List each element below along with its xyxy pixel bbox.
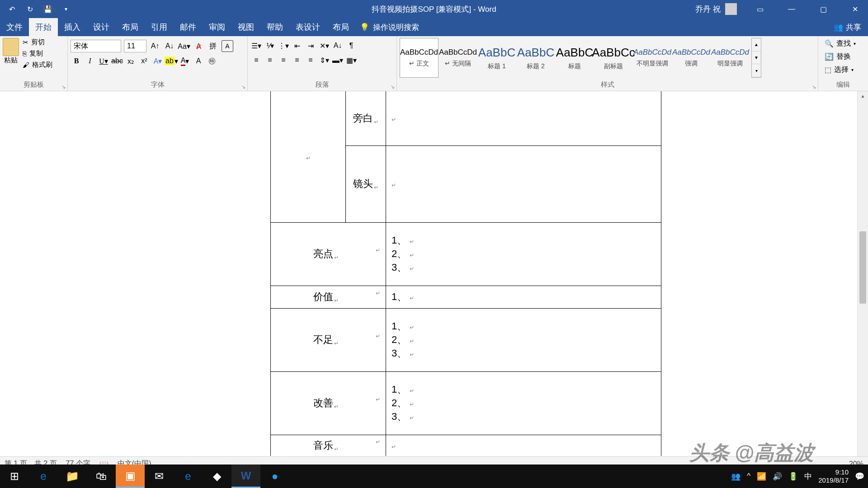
scroll-up-button[interactable]: ▲: [858, 91, 868, 100]
share-button[interactable]: 👥 共享: [834, 22, 861, 33]
tab-insert[interactable]: 插入: [58, 18, 87, 36]
distributed-button[interactable]: ≡: [305, 54, 316, 66]
people-icon[interactable]: 👥: [731, 472, 741, 481]
tab-view[interactable]: 视图: [231, 18, 260, 36]
taskbar-app1[interactable]: ▣: [116, 465, 145, 488]
volume-icon[interactable]: 🔊: [773, 472, 782, 481]
styles-more-button[interactable]: ▲▼▾: [751, 38, 761, 78]
style-标题 2[interactable]: AaBbC标题 2: [516, 38, 555, 78]
taskbar-app2[interactable]: ◆: [203, 465, 231, 488]
tab-table-layout[interactable]: 布局: [326, 18, 355, 36]
replace-button[interactable]: 🔄替换: [825, 52, 856, 61]
scroll-thumb[interactable]: [859, 231, 866, 304]
shading-button[interactable]: ▬▾: [332, 54, 344, 66]
ime-indicator[interactable]: 中: [804, 471, 812, 482]
align-center-button[interactable]: ≡: [264, 54, 276, 66]
decrease-indent-button[interactable]: ⇤: [291, 40, 303, 52]
shrink-font-button[interactable]: A↓: [164, 40, 175, 52]
numbering-button[interactable]: ⅟▾: [264, 40, 276, 52]
superscript-button[interactable]: x²: [138, 55, 150, 67]
style-↵ 正文[interactable]: AaBbCcDd↵ 正文: [400, 38, 439, 78]
grow-font-button[interactable]: A↑: [149, 40, 161, 52]
multilevel-button[interactable]: ⋮▾: [278, 40, 289, 52]
content-table[interactable]: ↵ 旁白↵ ↵ 镜头↵ ↵ 亮点↵↵ 1、 ↵2、 ↵3、 ↵ 价值↵↵ 1、 …: [270, 91, 661, 456]
styles-launcher[interactable]: ↘: [812, 84, 816, 90]
font-name-combo[interactable]: [71, 40, 121, 52]
change-case-button[interactable]: Aa▾: [178, 40, 190, 52]
sort-button[interactable]: A↓: [332, 40, 344, 52]
subscript-button[interactable]: x₂: [125, 55, 137, 67]
clipboard-launcher[interactable]: ↘: [61, 84, 66, 90]
wifi-icon[interactable]: 📶: [757, 472, 766, 481]
ribbon-options-button[interactable]: ▭: [747, 0, 773, 18]
style-不明显强调[interactable]: AaBbCcDd不明显强调: [633, 38, 672, 78]
asian-layout-button[interactable]: ✕▾: [318, 40, 330, 52]
style-强调[interactable]: AaBbCcDd强调: [672, 38, 711, 78]
font-launcher[interactable]: ↘: [241, 84, 245, 90]
taskbar-clock[interactable]: 9:10 2019/8/17: [818, 468, 849, 484]
redo-button[interactable]: ↻: [25, 4, 35, 14]
tab-review[interactable]: 审阅: [203, 18, 231, 36]
style-↵ 无间隔[interactable]: AaBbCcDd↵ 无间隔: [439, 38, 477, 78]
clear-formatting-button[interactable]: A̷: [193, 40, 204, 52]
start-button[interactable]: ⊞: [0, 465, 29, 488]
text-effects-button[interactable]: A▾: [152, 55, 164, 67]
paste-button[interactable]: 粘贴: [3, 38, 19, 65]
italic-button[interactable]: I: [84, 55, 96, 67]
borders-button[interactable]: ▦▾: [345, 54, 357, 66]
font-size-combo[interactable]: [124, 40, 146, 52]
styles-gallery[interactable]: AaBbCcDd↵ 正文AaBbCcDd↵ 无间隔AaBbC标题 1AaBbC标…: [400, 38, 761, 78]
line-spacing-button[interactable]: ⇕▾: [318, 54, 330, 66]
tray-chevron-icon[interactable]: ^: [747, 472, 750, 481]
tab-file[interactable]: 文件: [0, 18, 29, 36]
enclose-char-button[interactable]: ㊕: [206, 55, 218, 67]
taskbar-word[interactable]: W: [231, 465, 260, 488]
bullets-button[interactable]: ☰▾: [250, 40, 262, 52]
copy-button[interactable]: ⎘复制: [23, 49, 52, 58]
undo-button[interactable]: ↶: [7, 4, 17, 14]
tab-mailings[interactable]: 邮件: [174, 18, 203, 36]
increase-indent-button[interactable]: ⇥: [305, 40, 316, 52]
highlight-button[interactable]: ab▾: [165, 55, 177, 67]
tab-help[interactable]: 帮助: [260, 18, 289, 36]
underline-button[interactable]: U▾: [98, 55, 109, 67]
bold-button[interactable]: B: [71, 55, 82, 67]
align-right-button[interactable]: ≡: [278, 54, 289, 66]
maximize-button[interactable]: ▢: [810, 0, 836, 18]
save-button[interactable]: 💾: [43, 4, 53, 14]
battery-icon[interactable]: 🔋: [788, 472, 798, 481]
notifications-icon[interactable]: 💬: [855, 472, 864, 481]
taskbar-app3[interactable]: ●: [260, 465, 289, 488]
strikethrough-button[interactable]: abc: [111, 55, 123, 67]
minimize-button[interactable]: ―: [778, 0, 805, 18]
taskbar-store[interactable]: 🛍: [87, 465, 116, 488]
tab-design[interactable]: 设计: [87, 18, 116, 36]
font-color-button[interactable]: A▾: [179, 55, 191, 67]
taskbar-edge[interactable]: e: [29, 465, 58, 488]
find-button[interactable]: 🔍查找▾: [825, 39, 856, 48]
taskbar-ie[interactable]: e: [174, 465, 203, 488]
style-副标题[interactable]: AaBbCc副标题: [594, 38, 633, 78]
align-left-button[interactable]: ≡: [250, 54, 262, 66]
qat-customize[interactable]: ▾: [61, 4, 71, 14]
tell-me-search[interactable]: 💡 操作说明搜索: [360, 22, 419, 33]
tab-layout[interactable]: 布局: [116, 18, 145, 36]
paragraph-launcher[interactable]: ↘: [391, 84, 395, 90]
style-明显强调[interactable]: AaBbCcDd明显强调: [711, 38, 750, 78]
show-marks-button[interactable]: ¶: [345, 40, 357, 52]
phonetic-guide-button[interactable]: 拼: [207, 40, 219, 52]
char-shading-button[interactable]: A: [193, 55, 204, 67]
taskbar-mail[interactable]: ✉: [145, 465, 174, 488]
user-account[interactable]: 乔丹 祝: [695, 3, 741, 15]
format-painter-button[interactable]: 🖌格式刷: [23, 61, 52, 69]
style-标题 1[interactable]: AaBbC标题 1: [477, 38, 516, 78]
vertical-scrollbar[interactable]: ▲ ▼: [857, 91, 868, 471]
document-area[interactable]: ↵ 旁白↵ ↵ 镜头↵ ↵ 亮点↵↵ 1、 ↵2、 ↵3、 ↵ 价值↵↵ 1、 …: [0, 91, 857, 471]
tab-home[interactable]: 开始: [29, 18, 58, 36]
cut-button[interactable]: ✂剪切: [23, 38, 52, 47]
tab-table-design[interactable]: 表设计: [289, 18, 326, 36]
tab-references[interactable]: 引用: [145, 18, 174, 36]
taskbar-explorer[interactable]: 📁: [58, 465, 87, 488]
char-border-button[interactable]: A: [222, 40, 233, 52]
justify-button[interactable]: ≡: [291, 54, 303, 66]
